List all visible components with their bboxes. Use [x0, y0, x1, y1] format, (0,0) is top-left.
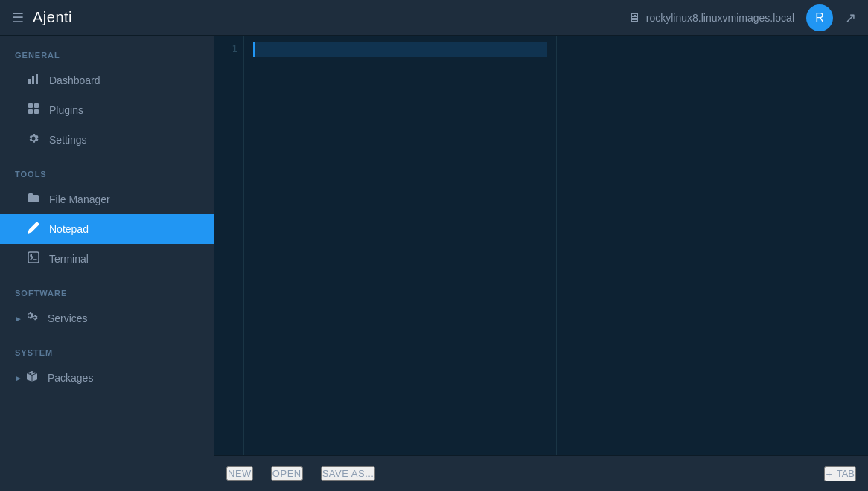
sidebar-item-file-manager-label: File Manager — [49, 193, 110, 205]
add-tab-button[interactable]: + TAB — [824, 466, 856, 481]
server-icon: 🖥 — [628, 11, 640, 25]
svg-rect-2 — [36, 74, 38, 84]
svg-rect-4 — [34, 103, 39, 108]
svg-rect-1 — [32, 76, 34, 84]
svg-rect-6 — [34, 109, 39, 114]
header-right: 🖥 rockylinux8.linuxvmimages.local R ↗ — [628, 4, 856, 31]
content-area: 1 NEW OPEN SAVE AS... + TAB — [214, 36, 868, 491]
line-numbers: 1 — [214, 36, 244, 455]
sidebar: GENERAL Dashboard Plugins — [0, 36, 214, 491]
sidebar-item-packages-label: Packages — [48, 372, 93, 384]
svg-rect-5 — [28, 109, 33, 114]
package-icon — [25, 370, 39, 385]
editor-pane-right[interactable] — [557, 36, 869, 455]
sidebar-item-terminal-label: Terminal — [49, 253, 89, 265]
plugins-icon — [27, 103, 40, 118]
svg-rect-3 — [28, 103, 33, 108]
plus-icon: + — [826, 468, 832, 480]
avatar[interactable]: R — [806, 4, 833, 31]
hamburger-icon[interactable]: ☰ — [12, 10, 24, 26]
footer-toolbar: NEW OPEN SAVE AS... + TAB — [214, 455, 868, 491]
sidebar-item-dashboard-label: Dashboard — [49, 74, 100, 86]
app-title: Ajenti — [33, 9, 72, 26]
sidebar-item-plugins-label: Plugins — [49, 104, 83, 116]
sidebar-item-services[interactable]: ► Services — [0, 304, 214, 333]
arrow-right-icon: ► — [15, 315, 22, 323]
arrow-right-icon-packages: ► — [15, 374, 22, 382]
open-button[interactable]: OPEN — [271, 466, 303, 481]
gear-icon — [27, 132, 40, 147]
sidebar-item-file-manager[interactable]: File Manager — [0, 184, 214, 214]
sidebar-item-settings-label: Settings — [49, 134, 87, 146]
sidebar-item-packages[interactable]: ► Packages — [0, 363, 214, 393]
sidebar-item-services-label: Services — [48, 312, 88, 324]
main-layout: GENERAL Dashboard Plugins — [0, 36, 868, 491]
editor-area[interactable]: 1 — [214, 36, 868, 455]
tab-button-label: TAB — [837, 468, 855, 479]
server-info: 🖥 rockylinux8.linuxvmimages.local — [628, 11, 794, 25]
header-left: ☰ Ajenti — [12, 9, 72, 26]
sidebar-item-settings[interactable]: Settings — [0, 125, 214, 155]
sidebar-item-notepad[interactable]: Notepad — [0, 214, 214, 244]
editor-content[interactable] — [244, 36, 868, 455]
sidebar-item-notepad-label: Notepad — [49, 223, 89, 235]
sidebar-item-plugins[interactable]: Plugins — [0, 95, 214, 125]
sidebar-section-general: GENERAL — [0, 36, 214, 65]
new-button[interactable]: NEW — [226, 466, 253, 481]
line-number-1: 1 — [214, 42, 237, 57]
tab-button-wrapper: + TAB — [824, 466, 856, 481]
sidebar-section-system: SYSTEM — [0, 333, 214, 363]
cursor-line — [253, 42, 547, 57]
save-as-button[interactable]: SAVE AS... — [321, 466, 376, 481]
bar-chart-icon — [27, 73, 40, 88]
terminal-icon — [27, 251, 40, 266]
folder-icon — [27, 192, 40, 207]
editor-pane-left[interactable] — [244, 36, 557, 455]
header: ☰ Ajenti 🖥 rockylinux8.linuxvmimages.loc… — [0, 0, 868, 36]
server-name: rockylinux8.linuxvmimages.local — [646, 12, 794, 24]
svg-rect-0 — [28, 79, 31, 84]
sidebar-item-dashboard[interactable]: Dashboard — [0, 65, 214, 95]
services-gear-icon — [25, 311, 39, 326]
sidebar-section-software: SOFTWARE — [0, 274, 214, 304]
sidebar-item-terminal[interactable]: Terminal — [0, 244, 214, 274]
sidebar-section-tools: TOOLS — [0, 155, 214, 184]
expand-icon[interactable]: ↗ — [845, 10, 856, 26]
pencil-icon — [27, 222, 40, 237]
